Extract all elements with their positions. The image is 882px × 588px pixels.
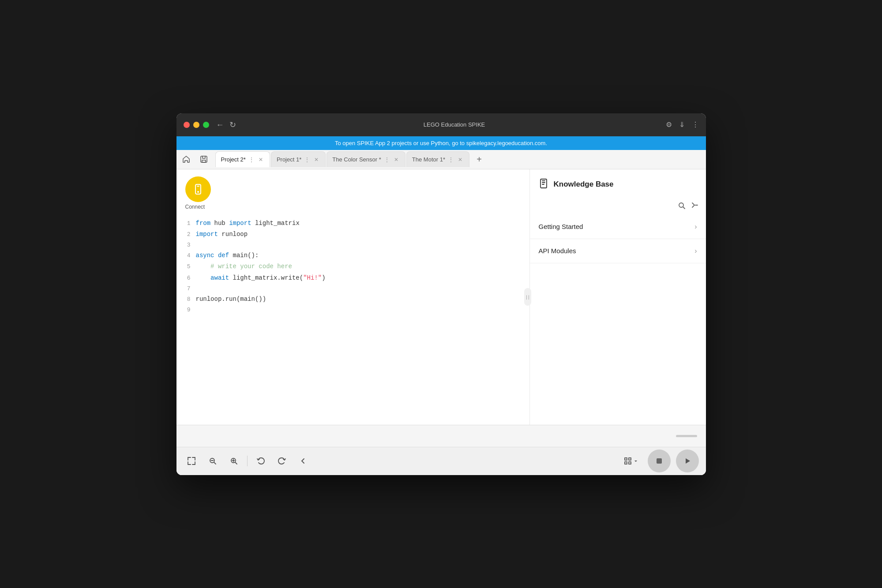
home-icon[interactable] [178,151,194,167]
minimize-traffic-light[interactable] [193,122,199,128]
back-button[interactable]: ← [216,121,224,129]
code-line-2: 2 import runloop [184,229,522,240]
code-line-9: 9 [184,305,522,315]
play-button[interactable] [676,449,699,472]
connect-label: Connect [185,204,205,210]
kb-actions [530,198,706,215]
tab-color-sensor-close[interactable]: ✕ [393,156,400,163]
title-actions: ⚙ ⇓ ⋮ [666,120,699,129]
close-traffic-light[interactable] [184,122,190,128]
svg-line-7 [683,207,685,209]
tab-bar: Project 2* ⋮ ✕ Project 1* ⋮ ✕ The Color … [176,150,706,169]
svg-line-10 [214,462,216,464]
tab-color-sensor-menu[interactable]: ⋮ [384,156,390,163]
chevron-left-button[interactable] [295,453,311,469]
window-title: LEGO Education SPIKE [243,121,666,128]
editor-area: Connect 1 from hub import light_matrix 2… [176,169,706,425]
tab-project1-menu[interactable]: ⋮ [304,156,310,163]
main-content: Connect 1 from hub import light_matrix 2… [176,169,706,475]
line-num-9: 9 [184,305,196,315]
connect-button[interactable] [185,176,211,202]
traffic-lights [184,122,209,128]
tab-project2-label: Project 2* [221,156,246,163]
code-line-1: 1 from hub import light_matrix [184,218,522,229]
svg-marker-20 [686,458,690,464]
svg-rect-1 [202,160,206,162]
add-tab-button[interactable]: + [472,152,486,166]
line-num-2: 2 [184,229,196,240]
code-line-7: 7 [184,284,522,294]
svg-rect-19 [657,458,662,464]
kb-item-getting-started[interactable]: Getting Started › [530,215,706,239]
line-num-5: 5 [184,262,196,272]
zoom-in-button[interactable] [226,453,242,469]
tab-color-sensor-label: The Color Sensor * [332,156,381,163]
left-panel: Connect 1 from hub import light_matrix 2… [176,169,529,425]
toolbar-separator-1 [247,456,248,466]
tab-motor-label: The Motor 1* [412,156,445,163]
bottom-section [176,425,706,447]
code-editor[interactable]: 1 from hub import light_matrix 2 import … [176,214,529,425]
menu-icon[interactable]: ⋮ [692,120,699,129]
kb-item-api-modules-label: API Modules [539,247,576,255]
bottom-toolbar [176,447,706,475]
connect-section: Connect [176,169,529,214]
svg-rect-5 [540,179,547,188]
tab-project1[interactable]: Project 1* ⋮ ✕ [271,151,326,167]
info-banner: To open SPIKE App 2 projects or use Pyth… [176,136,706,150]
svg-rect-0 [201,156,207,162]
kb-collapse-button[interactable] [691,202,699,211]
line-num-1: 1 [184,218,196,228]
code-line-8: 8 runloop.run(main()) [184,294,522,305]
tab-project1-close[interactable]: ✕ [313,156,320,163]
kb-item-api-modules[interactable]: API Modules › [530,239,706,263]
svg-rect-16 [629,458,631,460]
code-line-6: 6 await light_matrix.write("Hi!") [184,273,522,284]
line-num-4: 4 [184,251,196,261]
svg-line-14 [235,462,237,464]
stop-button[interactable] [648,449,671,472]
kb-item-api-modules-arrow: › [694,247,697,255]
tab-project2-menu[interactable]: ⋮ [248,156,255,163]
kb-title: Knowledge Base [554,180,614,189]
tab-color-sensor[interactable]: The Color Sensor * ⋮ ✕ [327,151,405,167]
knowledge-base-panel: Knowledge Base [529,169,706,425]
kb-item-getting-started-arrow: › [694,223,697,231]
maximize-traffic-light[interactable] [203,122,209,128]
line-num-7: 7 [184,284,196,294]
line-num-3: 3 [184,240,196,250]
refresh-button[interactable]: ↻ [229,121,236,129]
svg-rect-18 [629,462,631,464]
tab-motor-menu[interactable]: ⋮ [448,156,454,163]
collapse-panel-handle[interactable]: ∣∣ [524,288,531,306]
tab-project2-close[interactable]: ✕ [257,156,264,163]
svg-rect-15 [625,458,627,460]
svg-point-3 [197,191,199,193]
kb-item-getting-started-label: Getting Started [539,223,583,230]
tab-motor-close[interactable]: ✕ [457,156,464,163]
undo-button[interactable] [253,453,269,469]
tab-bar-nav [178,151,212,167]
title-bar: ← ↻ LEGO Education SPIKE ⚙ ⇓ ⋮ [176,113,706,136]
code-line-4: 4 async def main(): [184,250,522,261]
browser-window: ← ↻ LEGO Education SPIKE ⚙ ⇓ ⋮ To open S… [176,113,706,475]
redo-button[interactable] [274,453,290,469]
save-icon[interactable] [196,151,212,167]
drag-handle[interactable] [676,435,697,437]
fullscreen-button[interactable] [184,453,199,469]
tab-motor[interactable]: The Motor 1* ⋮ ✕ [406,151,469,167]
line-num-6: 6 [184,273,196,283]
svg-rect-17 [625,462,627,464]
tabs-container: Project 2* ⋮ ✕ Project 1* ⋮ ✕ The Color … [215,151,704,167]
nav-buttons: ← ↻ [216,121,236,129]
zoom-out-button[interactable] [205,453,221,469]
code-line-5: 5 # write your code here [184,261,522,272]
tab-project2[interactable]: Project 2* ⋮ ✕ [215,151,270,167]
code-line-3: 3 [184,240,522,250]
grid-view-button[interactable] [619,454,642,468]
kb-book-icon [539,178,549,191]
puzzle-icon[interactable]: ⚙ [666,120,672,129]
download-icon[interactable]: ⇓ [679,120,685,129]
kb-header: Knowledge Base [530,169,706,198]
kb-search-button[interactable] [678,202,686,211]
